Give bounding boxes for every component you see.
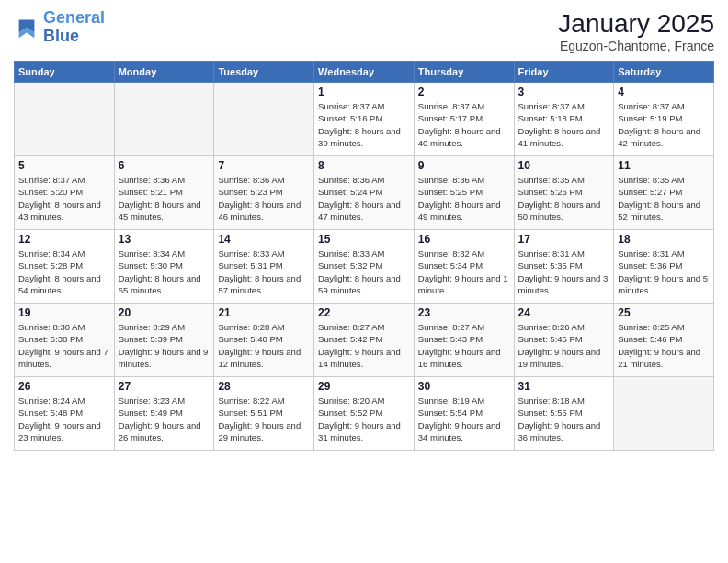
day-info: Sunrise: 8:37 AMSunset: 5:18 PMDaylight:… <box>518 100 610 149</box>
calendar-cell: 20Sunrise: 8:29 AMSunset: 5:39 PMDayligh… <box>114 304 214 377</box>
day-number: 5 <box>18 159 110 172</box>
calendar-cell: 12Sunrise: 8:34 AMSunset: 5:28 PMDayligh… <box>15 230 115 304</box>
week-row-1: 1Sunrise: 8:37 AMSunset: 5:16 PMDaylight… <box>15 83 714 156</box>
weekday-header-monday: Monday <box>114 62 214 83</box>
calendar-cell: 25Sunrise: 8:25 AMSunset: 5:46 PMDayligh… <box>614 304 714 377</box>
calendar-cell: 29Sunrise: 8:20 AMSunset: 5:52 PMDayligh… <box>314 377 415 451</box>
day-number: 21 <box>218 306 310 319</box>
calendar-cell: 8Sunrise: 8:36 AMSunset: 5:24 PMDaylight… <box>314 156 415 230</box>
day-info: Sunrise: 8:19 AMSunset: 5:54 PMDaylight:… <box>418 395 510 443</box>
day-number: 19 <box>18 306 110 319</box>
day-info: Sunrise: 8:36 AMSunset: 5:24 PMDaylight:… <box>318 174 410 223</box>
week-row-2: 5Sunrise: 8:37 AMSunset: 5:20 PMDaylight… <box>15 156 714 230</box>
day-number: 8 <box>318 159 410 172</box>
day-info: Sunrise: 8:32 AMSunset: 5:34 PMDaylight:… <box>418 247 510 296</box>
day-number: 27 <box>119 380 210 393</box>
day-number: 30 <box>418 380 510 393</box>
day-info: Sunrise: 8:36 AMSunset: 5:25 PMDaylight:… <box>418 174 510 223</box>
week-row-4: 19Sunrise: 8:30 AMSunset: 5:38 PMDayligh… <box>15 304 714 377</box>
calendar-cell: 3Sunrise: 8:37 AMSunset: 5:18 PMDaylight… <box>514 83 614 156</box>
weekday-header-wednesday: Wednesday <box>314 62 415 83</box>
day-info: Sunrise: 8:30 AMSunset: 5:38 PMDaylight:… <box>18 321 110 370</box>
day-number: 26 <box>18 380 110 393</box>
calendar-cell <box>614 377 714 451</box>
day-number: 18 <box>618 233 710 246</box>
day-info: Sunrise: 8:37 AMSunset: 5:19 PMDaylight:… <box>618 100 710 149</box>
calendar-cell <box>114 83 214 156</box>
day-info: Sunrise: 8:25 AMSunset: 5:46 PMDaylight:… <box>618 321 710 370</box>
weekday-header-friday: Friday <box>514 62 614 83</box>
calendar-cell: 15Sunrise: 8:33 AMSunset: 5:32 PMDayligh… <box>314 230 415 304</box>
day-info: Sunrise: 8:34 AMSunset: 5:28 PMDaylight:… <box>18 247 110 296</box>
day-info: Sunrise: 8:29 AMSunset: 5:39 PMDaylight:… <box>119 321 210 370</box>
day-info: Sunrise: 8:20 AMSunset: 5:52 PMDaylight:… <box>318 395 410 443</box>
day-number: 16 <box>418 233 510 246</box>
day-number: 28 <box>218 380 310 393</box>
location: Eguzon-Chantome, France <box>558 39 714 53</box>
day-info: Sunrise: 8:35 AMSunset: 5:27 PMDaylight:… <box>618 174 710 223</box>
day-info: Sunrise: 8:37 AMSunset: 5:16 PMDaylight:… <box>318 100 410 149</box>
calendar-cell: 22Sunrise: 8:27 AMSunset: 5:42 PMDayligh… <box>314 304 415 377</box>
day-info: Sunrise: 8:22 AMSunset: 5:51 PMDaylight:… <box>218 395 310 443</box>
day-info: Sunrise: 8:37 AMSunset: 5:20 PMDaylight:… <box>18 174 110 223</box>
calendar-cell: 27Sunrise: 8:23 AMSunset: 5:49 PMDayligh… <box>114 377 214 451</box>
calendar-cell: 4Sunrise: 8:37 AMSunset: 5:19 PMDaylight… <box>614 83 714 156</box>
day-info: Sunrise: 8:35 AMSunset: 5:26 PMDaylight:… <box>518 174 610 223</box>
weekday-header-tuesday: Tuesday <box>214 62 314 83</box>
day-number: 6 <box>119 159 210 172</box>
calendar-cell <box>15 83 115 156</box>
calendar-cell: 1Sunrise: 8:37 AMSunset: 5:16 PMDaylight… <box>314 83 415 156</box>
calendar-cell: 23Sunrise: 8:27 AMSunset: 5:43 PMDayligh… <box>414 304 514 377</box>
header: General Blue January 2025 Eguzon-Chantom… <box>14 9 714 53</box>
day-number: 12 <box>18 233 110 246</box>
calendar-cell: 7Sunrise: 8:36 AMSunset: 5:23 PMDaylight… <box>214 156 314 230</box>
title-area: January 2025 Eguzon-Chantome, France <box>558 9 714 53</box>
day-info: Sunrise: 8:33 AMSunset: 5:32 PMDaylight:… <box>318 247 410 296</box>
day-number: 11 <box>618 159 710 172</box>
day-info: Sunrise: 8:27 AMSunset: 5:42 PMDaylight:… <box>318 321 410 370</box>
weekday-header-sunday: Sunday <box>15 62 115 83</box>
calendar-cell: 11Sunrise: 8:35 AMSunset: 5:27 PMDayligh… <box>614 156 714 230</box>
day-info: Sunrise: 8:23 AMSunset: 5:49 PMDaylight:… <box>119 395 210 443</box>
page: General Blue January 2025 Eguzon-Chantom… <box>0 0 728 563</box>
calendar-cell: 28Sunrise: 8:22 AMSunset: 5:51 PMDayligh… <box>214 377 314 451</box>
day-number: 22 <box>318 306 410 319</box>
day-number: 10 <box>518 159 610 172</box>
day-info: Sunrise: 8:36 AMSunset: 5:21 PMDaylight:… <box>119 174 210 223</box>
calendar-cell: 17Sunrise: 8:31 AMSunset: 5:35 PMDayligh… <box>514 230 614 304</box>
calendar-cell: 16Sunrise: 8:32 AMSunset: 5:34 PMDayligh… <box>414 230 514 304</box>
day-number: 2 <box>418 86 510 98</box>
calendar-cell: 10Sunrise: 8:35 AMSunset: 5:26 PMDayligh… <box>514 156 614 230</box>
day-number: 15 <box>318 233 410 246</box>
calendar-cell: 6Sunrise: 8:36 AMSunset: 5:21 PMDaylight… <box>114 156 214 230</box>
calendar: SundayMondayTuesdayWednesdayThursdayFrid… <box>14 61 714 451</box>
day-info: Sunrise: 8:28 AMSunset: 5:40 PMDaylight:… <box>218 321 310 370</box>
weekday-header-row: SundayMondayTuesdayWednesdayThursdayFrid… <box>15 62 714 83</box>
calendar-cell: 13Sunrise: 8:34 AMSunset: 5:30 PMDayligh… <box>114 230 214 304</box>
month-title: January 2025 <box>558 9 714 39</box>
calendar-cell <box>214 83 314 156</box>
calendar-cell: 18Sunrise: 8:31 AMSunset: 5:36 PMDayligh… <box>614 230 714 304</box>
day-info: Sunrise: 8:26 AMSunset: 5:45 PMDaylight:… <box>518 321 610 370</box>
day-number: 9 <box>418 159 510 172</box>
calendar-cell: 21Sunrise: 8:28 AMSunset: 5:40 PMDayligh… <box>214 304 314 377</box>
day-info: Sunrise: 8:24 AMSunset: 5:48 PMDaylight:… <box>18 395 110 443</box>
day-number: 25 <box>618 306 710 319</box>
day-number: 24 <box>518 306 610 319</box>
day-info: Sunrise: 8:34 AMSunset: 5:30 PMDaylight:… <box>119 247 210 296</box>
calendar-cell: 14Sunrise: 8:33 AMSunset: 5:31 PMDayligh… <box>214 230 314 304</box>
weekday-header-saturday: Saturday <box>614 62 714 83</box>
day-info: Sunrise: 8:36 AMSunset: 5:23 PMDaylight:… <box>218 174 310 223</box>
day-number: 23 <box>418 306 510 319</box>
logo-text: General Blue <box>43 9 105 46</box>
day-info: Sunrise: 8:18 AMSunset: 5:55 PMDaylight:… <box>518 395 610 443</box>
day-number: 13 <box>119 233 210 246</box>
week-row-5: 26Sunrise: 8:24 AMSunset: 5:48 PMDayligh… <box>15 377 714 451</box>
calendar-cell: 2Sunrise: 8:37 AMSunset: 5:17 PMDaylight… <box>414 83 514 156</box>
day-number: 17 <box>518 233 610 246</box>
day-number: 3 <box>518 86 610 98</box>
calendar-cell: 19Sunrise: 8:30 AMSunset: 5:38 PMDayligh… <box>15 304 115 377</box>
day-info: Sunrise: 8:37 AMSunset: 5:17 PMDaylight:… <box>418 100 510 149</box>
day-info: Sunrise: 8:31 AMSunset: 5:35 PMDaylight:… <box>518 247 610 296</box>
day-number: 29 <box>318 380 410 393</box>
